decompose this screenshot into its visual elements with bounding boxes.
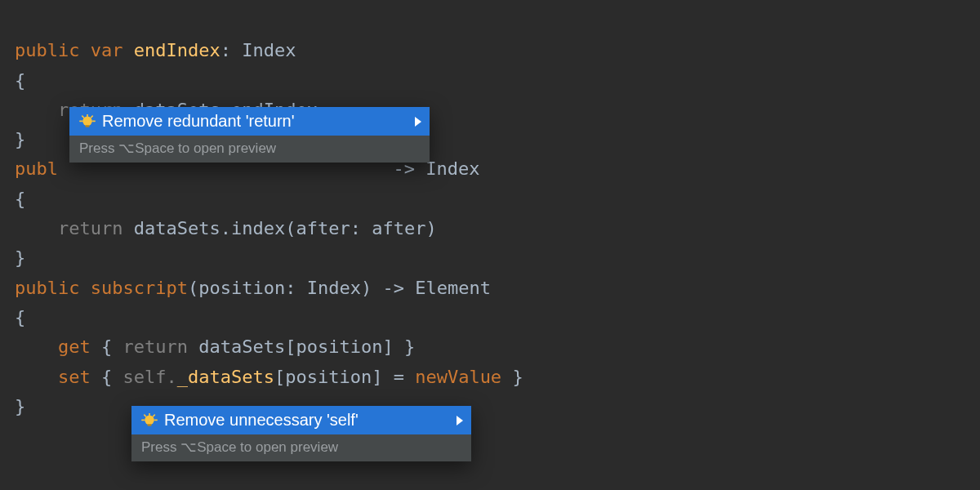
submenu-arrow-icon xyxy=(457,416,463,425)
intention-action-remove-self[interactable]: Remove unnecessary 'self' xyxy=(131,406,471,434)
lightbulb-icon xyxy=(141,413,156,428)
keyword-return: return xyxy=(122,336,187,357)
keyword-public-partial: publ xyxy=(15,158,58,179)
keyword-public: public xyxy=(15,40,79,60)
keyword-var: var xyxy=(91,40,123,60)
preview-hint: Press ⌥Space to open preview xyxy=(69,136,430,163)
keyword-newvalue: newValue xyxy=(415,367,501,387)
submenu-arrow-icon xyxy=(415,117,421,127)
keyword-return: return xyxy=(58,218,122,238)
keyword-get: get xyxy=(58,336,91,357)
intention-popup-self: Remove unnecessary 'self' Press ⌥Space t… xyxy=(131,406,471,461)
brace: { xyxy=(15,70,25,91)
svg-rect-1 xyxy=(86,125,90,127)
code-line: public var endIndex: Index xyxy=(15,40,296,60)
svg-rect-3 xyxy=(148,424,152,426)
preview-hint: Press ⌥Space to open preview xyxy=(131,434,471,461)
keyword-subscript: subscript xyxy=(91,278,188,298)
keyword-public: public xyxy=(15,278,79,298)
keyword-set: set xyxy=(58,367,91,387)
lightbulb-icon xyxy=(79,114,94,129)
type: Index xyxy=(242,40,296,60)
intention-action-remove-return[interactable]: Remove redundant 'return' xyxy=(69,107,430,136)
identifier: endIndex xyxy=(134,40,220,60)
intention-label: Remove unnecessary 'self' xyxy=(164,411,359,430)
intention-label: Remove redundant 'return' xyxy=(102,112,295,131)
intention-popup-return: Remove redundant 'return' Press ⌥Space t… xyxy=(69,107,430,163)
self-reference: self xyxy=(122,367,166,387)
code-editor[interactable]: public var endIndex: Index { return data… xyxy=(0,0,980,428)
